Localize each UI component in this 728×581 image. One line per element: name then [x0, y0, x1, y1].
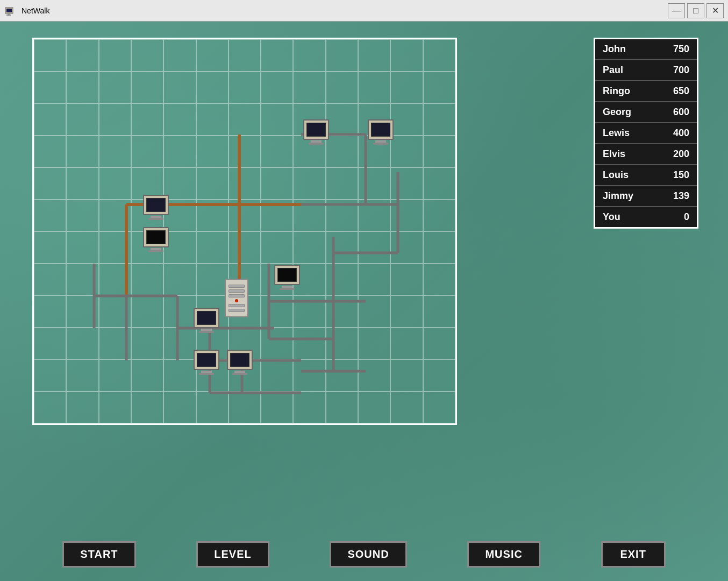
grid-cell[interactable]	[261, 392, 293, 424]
grid-cell[interactable]	[229, 103, 261, 136]
grid-cell[interactable]	[293, 167, 325, 200]
maximize-button[interactable]: □	[687, 3, 704, 18]
grid-cell[interactable]	[326, 328, 358, 360]
grid-cell[interactable]	[326, 231, 358, 264]
grid-cell[interactable]	[163, 392, 196, 424]
grid-cell[interactable]	[293, 328, 325, 360]
grid-cell[interactable]	[229, 328, 261, 360]
grid-cell[interactable]	[261, 328, 293, 360]
grid-cell[interactable]	[34, 295, 66, 328]
grid-cell[interactable]	[99, 200, 131, 232]
grid-cell[interactable]	[390, 295, 423, 328]
grid-cell[interactable]	[66, 136, 98, 168]
grid-cell[interactable]	[66, 103, 98, 136]
grid-cell[interactable]	[66, 295, 98, 328]
grid-cell[interactable]	[261, 231, 293, 264]
grid-cell[interactable]	[99, 39, 131, 72]
grid-cell[interactable]	[196, 103, 229, 136]
grid-cell[interactable]	[131, 72, 163, 104]
grid-cell[interactable]	[358, 200, 390, 232]
grid-cell[interactable]	[34, 39, 66, 72]
grid-cell[interactable]	[423, 200, 455, 232]
grid-cell[interactable]	[99, 328, 131, 360]
grid-cell[interactable]	[131, 295, 163, 328]
close-button[interactable]: ✕	[706, 3, 724, 18]
grid-cell[interactable]	[196, 295, 229, 328]
grid-cell[interactable]	[293, 359, 325, 392]
grid-cell[interactable]	[326, 103, 358, 136]
grid-cell[interactable]	[390, 167, 423, 200]
grid-cell[interactable]	[99, 136, 131, 168]
grid-cell[interactable]	[293, 264, 325, 296]
grid-cell[interactable]	[34, 72, 66, 104]
grid-cell[interactable]	[99, 264, 131, 296]
level-button[interactable]: LEVEL	[196, 541, 269, 568]
grid-cell[interactable]	[358, 359, 390, 392]
grid-cell[interactable]	[66, 359, 98, 392]
grid-cell[interactable]	[229, 167, 261, 200]
grid-cell[interactable]	[390, 359, 423, 392]
grid-cell[interactable]	[163, 328, 196, 360]
grid-cell[interactable]	[358, 39, 390, 72]
grid-cell[interactable]	[326, 392, 358, 424]
grid-cell[interactable]	[229, 39, 261, 72]
grid-cell[interactable]	[326, 136, 358, 168]
exit-button[interactable]: EXIT	[601, 541, 666, 568]
grid-cell[interactable]	[99, 359, 131, 392]
grid-cell[interactable]	[390, 39, 423, 72]
grid-cell[interactable]	[358, 392, 390, 424]
grid-cell[interactable]	[293, 295, 325, 328]
grid-cell[interactable]	[196, 392, 229, 424]
grid-cell[interactable]	[66, 231, 98, 264]
grid-cell[interactable]	[131, 231, 163, 264]
grid-cell[interactable]	[229, 264, 261, 296]
grid-cell[interactable]	[229, 295, 261, 328]
grid-cell[interactable]	[423, 103, 455, 136]
grid-cell[interactable]	[293, 39, 325, 72]
grid-cell[interactable]	[196, 264, 229, 296]
grid-cell[interactable]	[261, 200, 293, 232]
grid-cell[interactable]	[34, 392, 66, 424]
grid-cell[interactable]	[34, 231, 66, 264]
grid-cell[interactable]	[261, 359, 293, 392]
grid-cell[interactable]	[261, 103, 293, 136]
grid-cell[interactable]	[131, 392, 163, 424]
grid-cell[interactable]	[66, 264, 98, 296]
grid-cell[interactable]	[34, 359, 66, 392]
grid-cell[interactable]	[196, 72, 229, 104]
grid-cell[interactable]	[196, 39, 229, 72]
grid-cell[interactable]	[390, 231, 423, 264]
grid-cell[interactable]	[131, 39, 163, 72]
grid-cell[interactable]	[390, 328, 423, 360]
grid-cell[interactable]	[163, 136, 196, 168]
grid-cell[interactable]	[293, 231, 325, 264]
grid-cell[interactable]	[423, 392, 455, 424]
grid-cell[interactable]	[34, 103, 66, 136]
grid-cell[interactable]	[229, 72, 261, 104]
grid-cell[interactable]	[423, 39, 455, 72]
grid-cell[interactable]	[66, 39, 98, 72]
grid-cell[interactable]	[196, 231, 229, 264]
grid-cell[interactable]	[34, 264, 66, 296]
grid-cell[interactable]	[163, 200, 196, 232]
grid-cell[interactable]	[163, 295, 196, 328]
grid-cell[interactable]	[131, 359, 163, 392]
grid-cell[interactable]	[163, 264, 196, 296]
grid-cell[interactable]	[358, 231, 390, 264]
grid-cell[interactable]	[34, 136, 66, 168]
grid-cell[interactable]	[261, 167, 293, 200]
grid-cell[interactable]	[131, 200, 163, 232]
grid-cell[interactable]	[34, 167, 66, 200]
grid-cell[interactable]	[163, 231, 196, 264]
grid-cell[interactable]	[390, 392, 423, 424]
grid-cell[interactable]	[196, 167, 229, 200]
grid-cell[interactable]	[358, 72, 390, 104]
grid-cell[interactable]	[131, 167, 163, 200]
grid-cell[interactable]	[326, 295, 358, 328]
grid-cell[interactable]	[358, 264, 390, 296]
grid-cell[interactable]	[196, 136, 229, 168]
grid-cell[interactable]	[423, 136, 455, 168]
grid-cell[interactable]	[99, 72, 131, 104]
game-grid[interactable]	[32, 38, 457, 425]
grid-cell[interactable]	[423, 231, 455, 264]
